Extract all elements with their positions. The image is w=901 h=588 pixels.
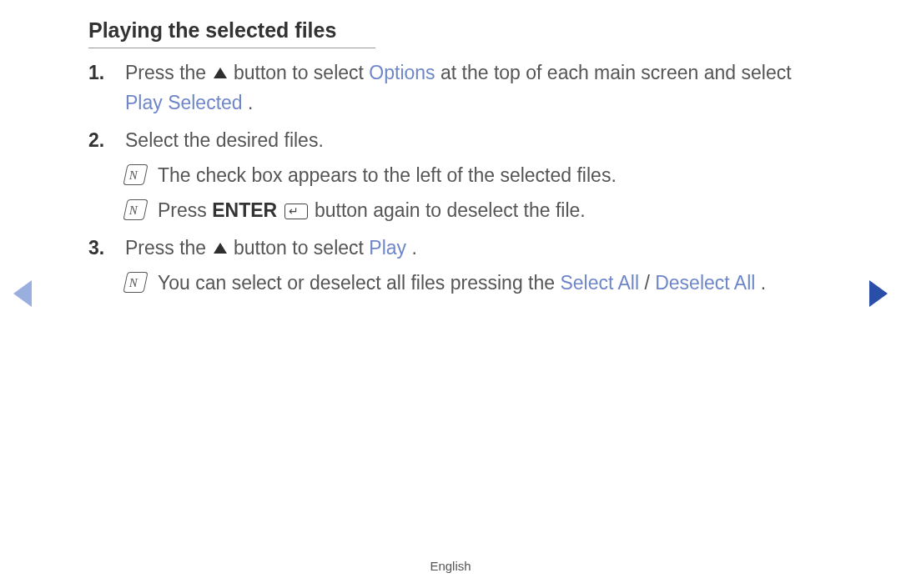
step2-note2-text: Press ENTER button again to deselect the… bbox=[158, 196, 826, 226]
step2-note-1: The check box appears to the left of the… bbox=[125, 161, 826, 191]
step3-text-a: Press the bbox=[125, 237, 212, 259]
note-icon bbox=[123, 199, 148, 220]
options-label: Options bbox=[369, 62, 435, 83]
step1-text-c: at the top of each main screen and selec… bbox=[440, 62, 792, 83]
step3-note: You can select or deselect all files pre… bbox=[125, 269, 826, 299]
footer-language: English bbox=[0, 559, 901, 573]
step2-note-2: Press ENTER button again to deselect the… bbox=[125, 196, 826, 226]
note-icon bbox=[123, 272, 148, 293]
enter-label: ENTER bbox=[212, 199, 277, 221]
step1-text-b: button to select bbox=[234, 62, 369, 83]
step3-text-c: . bbox=[411, 237, 416, 259]
next-page-arrow-icon[interactable] bbox=[869, 280, 888, 307]
note2-a: Press bbox=[158, 199, 212, 221]
step1-text-a: Press the bbox=[125, 62, 212, 83]
note3-slash: / bbox=[644, 272, 655, 294]
note3-a: You can select or deselect all files pre… bbox=[158, 272, 560, 294]
note-icon bbox=[123, 164, 148, 185]
select-all-label: Select All bbox=[560, 272, 639, 294]
step-2: Select the desired files. The check box … bbox=[125, 126, 826, 225]
manual-page: Playing the selected files Press the but… bbox=[0, 0, 901, 588]
step1-text-d: . bbox=[248, 92, 253, 113]
step-3: Press the button to select Play . You ca… bbox=[125, 234, 826, 298]
step2-text: Select the desired files. bbox=[125, 129, 324, 151]
enter-icon bbox=[284, 204, 308, 219]
step2-note1-text: The check box appears to the left of the… bbox=[158, 161, 826, 191]
step-list: Press the button to select Options at th… bbox=[88, 58, 826, 298]
note3-b: . bbox=[761, 272, 766, 294]
note2-b: button again to deselect the file. bbox=[315, 199, 586, 221]
step-1: Press the button to select Options at th… bbox=[125, 58, 826, 118]
deselect-all-label: Deselect All bbox=[655, 272, 755, 294]
page-title: Playing the selected files bbox=[88, 18, 826, 43]
play-label: Play bbox=[369, 237, 406, 259]
play-selected-label: Play Selected bbox=[125, 92, 243, 113]
step3-note-text: You can select or deselect all files pre… bbox=[158, 269, 826, 299]
up-arrow-icon bbox=[214, 68, 227, 78]
step3-text-b: button to select bbox=[234, 237, 369, 259]
title-rule bbox=[88, 48, 375, 48]
prev-page-arrow-icon[interactable] bbox=[13, 280, 32, 307]
up-arrow-icon bbox=[214, 243, 227, 254]
